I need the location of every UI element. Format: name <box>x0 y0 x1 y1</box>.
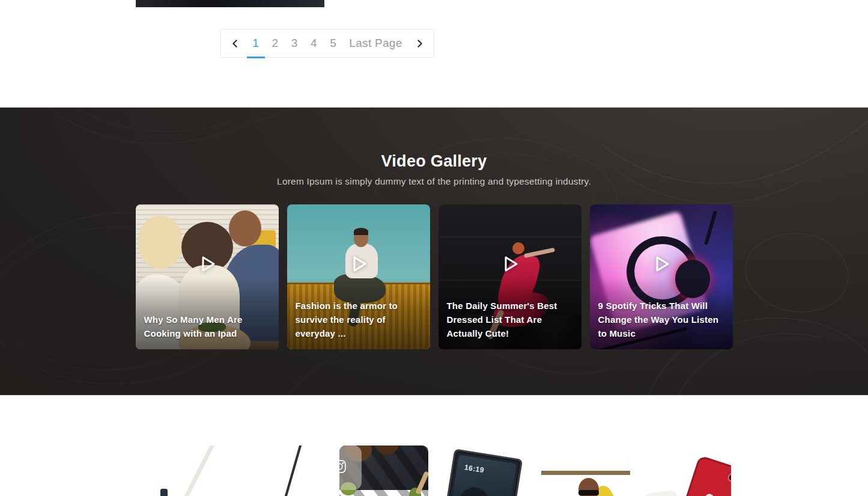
video-cards-row: Why So Many Men Are Cooking with an Ipad… <box>136 204 733 349</box>
instagram-gallery-row: 16:19 <box>138 445 731 496</box>
thumbnail-art <box>160 489 168 496</box>
pagination-page-4[interactable]: 4 <box>311 29 317 58</box>
pagination-page-2[interactable]: 2 <box>272 29 279 58</box>
video-card-spotify-tricks[interactable]: 9 Spotify Tricks That Will Change the Wa… <box>590 204 733 349</box>
tablet-clock-text: 16:19 <box>464 463 485 474</box>
instagram-image-food-flatlay <box>339 445 428 490</box>
play-icon[interactable] <box>345 251 372 277</box>
thumbnail-art <box>643 489 681 496</box>
play-icon[interactable] <box>497 251 523 277</box>
thumbnail-art <box>455 485 493 496</box>
thumbnail-art: 16:19 <box>440 449 524 496</box>
pagination-last-page[interactable]: Last Page <box>349 37 402 50</box>
thumbnail-art <box>678 455 731 496</box>
instagram-item-iphone[interactable] <box>642 445 731 496</box>
thumbnail-art <box>578 490 599 495</box>
instagram-item-food[interactable] <box>339 445 428 496</box>
video-gallery-subtitle: Lorem Ipsum is simply dummy text of the … <box>0 176 868 187</box>
cropped-article-thumbnail[interactable] <box>136 0 324 7</box>
video-title[interactable]: 9 Spotify Tricks That Will Change the Wa… <box>590 299 733 349</box>
pagination-page-1[interactable]: 1 <box>252 29 259 58</box>
video-title[interactable]: The Daily Summer's Best Dressed List Tha… <box>439 299 581 349</box>
chevron-right-icon[interactable] <box>415 39 424 48</box>
pagination-page-5[interactable]: 5 <box>330 29 336 58</box>
instagram-item-tennis[interactable] <box>138 445 226 496</box>
video-card-best-dressed[interactable]: The Daily Summer's Best Dressed List Tha… <box>439 204 581 349</box>
video-card-fashion[interactable]: Fashion is the armor to survive the real… <box>287 204 430 349</box>
apple-logo <box>703 492 716 496</box>
active-page-underline <box>247 57 265 58</box>
thumbnail-art: 16:19 <box>443 455 517 496</box>
play-icon[interactable] <box>648 251 675 277</box>
instagram-hover-overlay <box>339 445 362 490</box>
instagram-icon <box>339 459 347 476</box>
video-gallery-section: Video Gallery Lorem Ipsum is simply dumm… <box>0 107 868 396</box>
pagination-page-1-label: 1 <box>252 37 259 49</box>
instagram-item-santorini[interactable] <box>238 445 327 496</box>
thumbnail-art <box>278 445 305 496</box>
chevron-left-icon[interactable] <box>231 39 240 48</box>
video-gallery-title: Video Gallery <box>0 152 868 171</box>
video-card-family-cooking[interactable]: Why So Many Men Are Cooking with an Ipad <box>136 204 279 349</box>
video-title[interactable]: Fashion is the armor to survive the real… <box>287 299 430 349</box>
pagination: 1 2 3 4 5 Last Page <box>220 29 434 58</box>
instagram-item-woman[interactable] <box>541 445 630 496</box>
thumbnail-art <box>541 471 630 475</box>
video-title[interactable]: Why So Many Men Are Cooking with an Ipad <box>136 313 279 349</box>
play-icon[interactable] <box>194 251 220 277</box>
pagination-page-3[interactable]: 3 <box>291 29 298 58</box>
thumbnail-art <box>727 472 730 483</box>
instagram-item-tablet[interactable]: 16:19 <box>440 445 529 496</box>
